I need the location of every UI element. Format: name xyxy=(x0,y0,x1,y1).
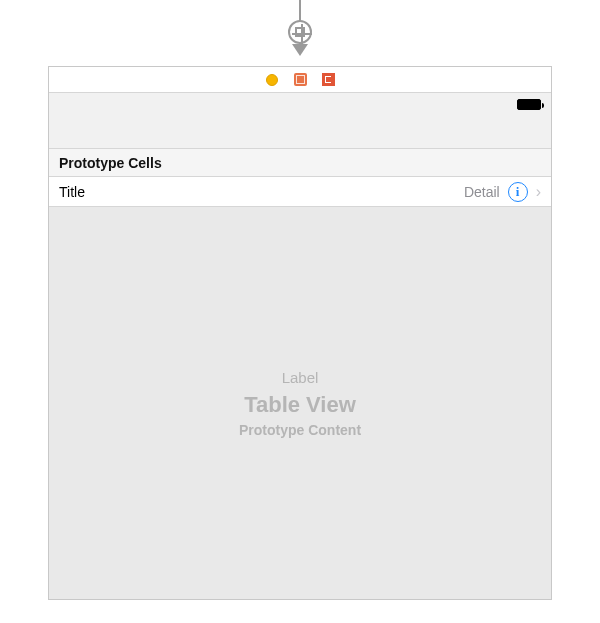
chevron-right-icon: › xyxy=(536,183,541,201)
section-header-label: Prototype Cells xyxy=(59,155,162,171)
navigation-bar[interactable] xyxy=(49,93,551,149)
storyboard-scene[interactable]: Prototype Cells Title Detail i › Label T… xyxy=(48,66,552,600)
first-responder-icon[interactable] xyxy=(293,73,307,87)
placeholder-title: Table View xyxy=(244,392,356,418)
grid-icon xyxy=(295,27,305,37)
segue-arrow-area xyxy=(0,0,600,66)
prototype-cell[interactable]: Title Detail i › xyxy=(49,177,551,207)
cell-title-label: Title xyxy=(59,184,464,200)
cell-detail-label: Detail xyxy=(464,184,500,200)
battery-full-icon xyxy=(517,99,541,110)
table-view-canvas[interactable]: Label Table View Prototype Content xyxy=(49,207,551,599)
scene-dock xyxy=(49,67,551,93)
placeholder-label: Label xyxy=(282,369,319,386)
segue-dock-icon[interactable] xyxy=(288,20,312,44)
placeholder-subtitle: Prototype Content xyxy=(239,422,361,438)
prototype-section-header: Prototype Cells xyxy=(49,149,551,177)
exit-icon[interactable] xyxy=(321,73,335,87)
arrow-down-icon xyxy=(292,44,308,56)
info-icon[interactable]: i xyxy=(508,182,528,202)
view-controller-icon[interactable] xyxy=(265,73,279,87)
